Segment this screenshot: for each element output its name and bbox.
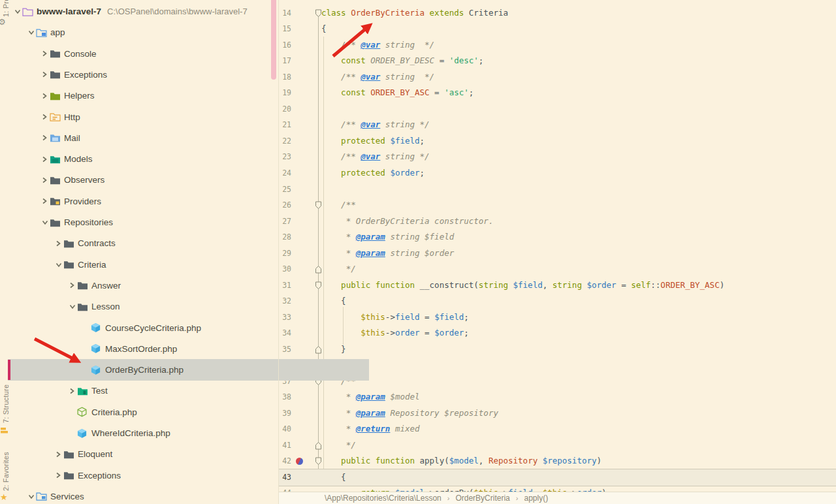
folder-orange-icon [50,112,63,121]
gear-icon[interactable]: ⚙ [0,17,6,27]
tree-item-Helpers[interactable]: Helpers [0,85,318,106]
project-root-path: C:\OSPanel\domains\bwww-laravel-7 [107,7,248,16]
tree-scrollbar-thumb[interactable] [271,0,276,80]
chevron-right-icon[interactable] [40,50,50,57]
chevron-right-icon[interactable] [54,451,63,458]
structure-toolbutton[interactable]: 7: Structure [2,385,10,423]
chevron-down-icon[interactable] [12,8,22,14]
chevron-right-icon[interactable] [67,388,77,394]
tree-item-Models[interactable]: Models [0,148,318,170]
breadcrumb-item[interactable]: apply() [524,494,548,503]
tree-item-Exceptions[interactable]: Exceptions [0,465,332,486]
chevron-down-icon[interactable] [40,219,50,225]
code-line-27[interactable]: 27 * OrderByCriteria constructor. [279,213,836,230]
tree-item-OrderByCriteria.php[interactable]: OrderByCriteria.php [0,359,369,381]
code-line-42[interactable]: 42 public function apply($model, Reposit… [279,453,836,469]
folder-green-icon [50,91,63,101]
tree-item-Services[interactable]: Services [0,486,304,504]
tree-item-Lesson[interactable]: Lesson [0,296,346,317]
code-line-41[interactable]: 41 */ [279,437,836,454]
chevron-right-icon[interactable] [40,156,50,163]
tree-item-Test[interactable]: Test [0,380,346,402]
code-line-17[interactable]: 17 const ORDER_BY_DESC = 'desc'; [279,53,836,69]
code-editor[interactable]: 14class OrderByCriteria extends Criteria… [279,0,836,504]
chevron-right-icon[interactable] [40,93,50,99]
code-line-38[interactable]: 38 * @param $model [279,389,836,405]
chevron-right-icon[interactable] [40,198,50,204]
code-line-23[interactable]: 23 /** @var string */ [279,149,836,165]
folder-dark-icon [50,176,63,185]
tree-item-Repositories[interactable]: Repositories [0,212,318,233]
chevron-down-icon[interactable] [54,262,63,268]
code-line-39[interactable]: 39 * @param Repository $repository [279,405,836,422]
code-line-43[interactable]: 43 { [279,469,836,486]
favorites-toolbutton[interactable]: 2: Favorites [2,452,10,491]
tree-item-Mail[interactable]: Mail [0,127,318,149]
tree-item-Contracts[interactable]: Contracts [0,232,332,254]
php-interface-icon [77,407,90,417]
tree-item-label: Exceptions [78,471,121,480]
code-text: const ORDER_BY_ASC = 'asc'; [321,85,474,101]
tree-item-Criteria.php[interactable]: Criteria.php [0,402,355,423]
code-line-15[interactable]: 15{ [279,21,836,37]
tree-item-Providers[interactable]: Providers [0,191,318,212]
tree-item-label: CourseCycleCriteria.php [105,323,201,333]
chevron-down-icon[interactable] [26,29,36,35]
structure-icon[interactable] [1,425,8,437]
tree-item-Criteria[interactable]: Criteria [0,254,332,276]
tree-item-Http[interactable]: Http [0,106,318,128]
code-text: /** @var string */ [321,149,430,165]
code-text: * OrderByCriteria constructor. [321,213,493,230]
code-line-16[interactable]: 16 /** @var string */ [279,37,836,54]
tree-item-Eloquent[interactable]: Eloquent [0,443,332,465]
chevron-right-icon[interactable] [40,134,50,141]
php-class-icon [91,365,104,375]
chevron-down-icon[interactable] [67,304,77,309]
tree-item-MaxSortOrder.php[interactable]: MaxSortOrder.php [0,338,369,360]
php-class-icon [91,343,104,354]
tree-item-bwww-laravel-7[interactable]: bwww-laravel-7C:\OSPanel\domains\bwww-la… [0,1,291,22]
breadcrumb-item[interactable]: OrderByCriteria [455,494,509,503]
tree-item-label: Criteria.php [91,407,137,417]
code-line-30[interactable]: 30 */ [279,261,836,277]
panel-divider[interactable] [278,0,279,504]
tree-item-label: OrderByCriteria.php [105,365,184,375]
tree-item-app[interactable]: app [0,22,304,43]
code-line-22[interactable]: 22 protected $field; [279,133,836,150]
code-line-25[interactable]: 25 [279,181,836,198]
code-line-19[interactable]: 19 const ORDER_BY_ASC = 'asc'; [279,85,836,101]
project-toolbutton[interactable]: 1: Project [2,0,10,17]
code-line-32[interactable]: 32 { [279,293,836,309]
folder-test-icon [77,386,90,396]
code-text: public function apply($model, Repository… [321,453,602,469]
chevron-down-icon[interactable] [26,494,36,499]
star-icon[interactable]: ★ [0,492,8,502]
chevron-right-icon[interactable] [40,177,50,183]
chevron-right-icon[interactable] [40,114,50,120]
tree-item-WhereIdCriteria.php[interactable]: WhereIdCriteria.php [0,422,355,444]
code-line-14[interactable]: 14class OrderByCriteria extends Criteria [279,5,836,22]
chevron-right-icon[interactable] [40,71,50,78]
tree-item-Observers[interactable]: Observers [0,169,318,191]
chevron-right-icon[interactable] [54,472,63,479]
left-toolwindow-bar: 1: Project ⚙ 7: Structure 2: Favorites ★ [0,0,12,504]
code-line-26[interactable]: 26 /** [279,197,836,213]
chevron-right-icon[interactable] [67,282,77,289]
chevron-right-icon[interactable] [54,240,63,247]
code-line-29[interactable]: 29 * @param string $order [279,245,836,262]
code-line-18[interactable]: 18 /** @var string */ [279,69,836,86]
code-line-40[interactable]: 40 * @return mixed [279,421,836,437]
code-line-24[interactable]: 24 protected $order; [279,165,836,181]
code-line-28[interactable]: 28 * @param string $field [279,229,836,245]
tree-item-Console[interactable]: Console [0,43,318,65]
tree-item-Answer[interactable]: Answer [0,275,346,296]
code-line-21[interactable]: 21 /** @var string */ [279,117,836,133]
folder-dark-icon [50,218,63,227]
tree-item-Exceptions[interactable]: Exceptions [0,64,318,86]
tree-item-label: app [50,27,65,37]
code-line-31[interactable]: 31 public function __construct(string $f… [279,277,836,294]
tree-item-CourseCycleCriteria.php[interactable]: CourseCycleCriteria.php [0,317,369,339]
breadcrumb-item[interactable]: \App\Repositories\Criteria\Lesson [325,494,442,503]
code-line-20[interactable]: 20 [279,101,836,118]
code-text: public function __construct(string $fiel… [321,277,724,294]
